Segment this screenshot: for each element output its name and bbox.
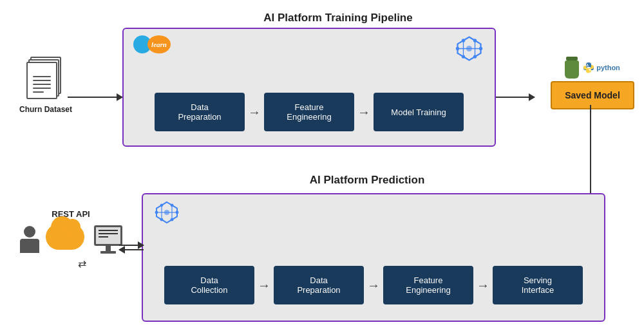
arrow-1: → (245, 107, 264, 117)
training-step-data-prep: DataPreparation (155, 93, 245, 131)
monitor-base (100, 251, 116, 254)
svg-point-25 (164, 210, 169, 215)
rest-api-components (20, 224, 122, 255)
pred-arrow-3: → (473, 280, 493, 290)
saved-model-box: python Saved Model (551, 57, 634, 109)
person-head (24, 226, 35, 238)
svg-point-26 (160, 203, 164, 207)
python-logo: python (582, 61, 620, 74)
main-container: AI Platform Training Pipeline Churn Data… (0, 0, 644, 336)
pred-arrow-2: → (364, 280, 383, 290)
training-step-feat-eng: FeatureEngineering (264, 93, 354, 131)
svg-point-8 (466, 46, 472, 51)
double-arrow-symbol: ⇄ (78, 257, 86, 270)
svg-point-27 (171, 203, 174, 207)
pred-step-serving: ServingInterface (493, 266, 583, 304)
arrow-training-to-model (496, 97, 535, 98)
saved-model-label: Saved Model (551, 81, 634, 109)
prediction-pipeline-steps: DataCollection → DataPreparation → Featu… (153, 266, 594, 304)
sklearn-orange-circle: learn (147, 35, 171, 53)
gcp-logo-training (451, 34, 487, 66)
arrow-pred-to-rest (119, 249, 144, 250)
cloud-icon-wrapper (46, 224, 88, 255)
pickle-jar-icon (565, 57, 579, 79)
monitor-stand (106, 246, 111, 251)
svg-point-13 (462, 55, 465, 58)
churn-dataset: Churn Dataset (19, 57, 72, 114)
svg-point-28 (155, 211, 158, 214)
sklearn-logo: learn (133, 35, 171, 53)
svg-point-14 (473, 55, 477, 58)
prediction-title: AI Platform Prediction (142, 174, 592, 187)
arrow-dataset-to-training (68, 97, 122, 98)
svg-point-16 (589, 70, 591, 71)
rest-api-area: REST API (6, 209, 135, 270)
svg-point-12 (479, 47, 482, 50)
person-icon (20, 226, 39, 253)
monitor-screen (94, 225, 122, 246)
saved-model-icons: python (551, 57, 634, 79)
pred-step-data-collect: DataCollection (164, 266, 254, 304)
svg-point-29 (176, 211, 179, 214)
monitor-icon (94, 225, 122, 254)
training-pipeline-title: AI Platform Training Pipeline (129, 12, 547, 24)
gcp-logo-prediction (151, 200, 183, 228)
dataset-label: Churn Dataset (19, 105, 72, 114)
svg-point-31 (171, 218, 174, 221)
pred-arrow-1: → (254, 280, 274, 290)
svg-point-15 (587, 64, 588, 66)
training-pipeline-steps: DataPreparation → FeatureEngineering → M… (137, 93, 482, 131)
svg-point-9 (462, 39, 465, 42)
svg-point-30 (160, 218, 164, 221)
training-step-model-train: Model Training (374, 93, 464, 131)
pred-step-data-prep: DataPreparation (274, 266, 364, 304)
prediction-pipeline-box: DataCollection → DataPreparation → Featu… (142, 193, 605, 322)
svg-point-10 (473, 39, 477, 42)
cloud-shape (46, 224, 84, 250)
person-body (20, 239, 39, 253)
training-pipeline-box: learn (122, 28, 496, 147)
bottom-section: AI Platform Prediction REST API (0, 171, 644, 331)
svg-point-11 (456, 47, 459, 50)
pred-step-feat-eng: FeatureEngineering (383, 266, 473, 304)
arrow-2: → (354, 107, 374, 117)
python-text: python (596, 64, 620, 71)
top-section: AI Platform Training Pipeline Churn Data… (0, 5, 644, 160)
dataset-icon (26, 57, 65, 102)
bidirectional-arrows: ⇄ (78, 257, 86, 270)
